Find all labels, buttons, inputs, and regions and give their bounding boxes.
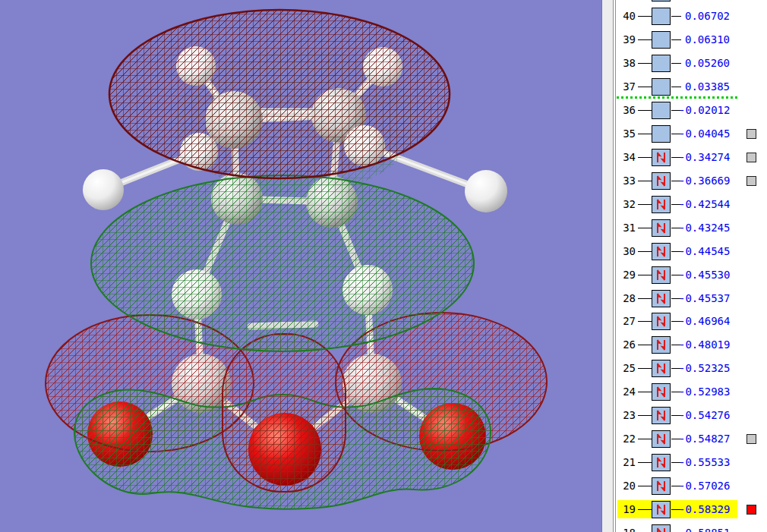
orbital-number: 33 xyxy=(619,175,636,187)
spin-pair-icon xyxy=(652,244,670,260)
orbital-box-icon[interactable] xyxy=(652,477,671,495)
orbital-row[interactable]: 34 -0.34274 xyxy=(616,146,767,169)
orbital-row[interactable]: 29 -0.45530 xyxy=(616,263,767,287)
level-line-left xyxy=(638,110,652,111)
orbital-row[interactable]: 19 -0.58329 xyxy=(616,498,767,521)
orbital-box-icon[interactable] xyxy=(652,172,671,190)
orbital-box-icon[interactable] xyxy=(652,290,671,307)
orbital-box-icon[interactable] xyxy=(652,243,671,260)
level-line-left xyxy=(638,87,652,87)
spin-pair-icon xyxy=(652,313,670,329)
orbital-energy: -0.02012 xyxy=(679,105,730,116)
orbital-box-icon[interactable] xyxy=(652,407,671,424)
spin-pair-icon xyxy=(652,197,670,212)
orbital-box-icon[interactable] xyxy=(652,454,671,471)
orbital-box-icon[interactable] xyxy=(652,430,671,448)
panel-divider-line xyxy=(613,0,614,532)
orbital-box-icon[interactable] xyxy=(652,102,671,119)
orbital-box-icon[interactable] xyxy=(652,8,671,25)
spin-pair-icon xyxy=(652,384,670,400)
orbital-row[interactable]: 27 -0.46964 xyxy=(616,310,767,333)
orbital-row[interactable]: 38 0.05260 xyxy=(616,52,767,75)
orbital-box-icon[interactable] xyxy=(652,196,671,213)
spin-pair-icon xyxy=(652,478,670,494)
orbital-box-icon[interactable] xyxy=(652,125,671,143)
hydrogen-atom xyxy=(465,170,507,212)
orbital-list[interactable]: 41 40 0.06702 39 xyxy=(616,0,767,532)
orbital-energy: -0.55533 xyxy=(679,457,730,468)
orbital-box-icon[interactable] xyxy=(652,266,671,284)
orbital-row[interactable]: 25 -0.52325 xyxy=(616,357,767,380)
level-line-left xyxy=(638,321,652,322)
orbital-energy: -0.45530 xyxy=(679,269,730,281)
spin-pair-icon xyxy=(652,173,670,189)
orbital-row[interactable]: 30 -0.44545 xyxy=(616,240,767,263)
orbital-number: 35 xyxy=(619,128,636,140)
orbital-box-icon[interactable] xyxy=(652,524,671,532)
orbital-row[interactable]: 37 0.03385 xyxy=(616,75,767,99)
orbital-box-icon[interactable] xyxy=(652,55,671,72)
spin-pair-icon xyxy=(652,431,670,447)
orbital-box-icon[interactable] xyxy=(652,0,671,2)
orbital-row[interactable]: 26 -0.48019 xyxy=(616,333,767,357)
orbital-box-icon[interactable] xyxy=(652,78,671,96)
spin-pair-icon xyxy=(652,220,670,236)
orbital-energy: -0.54827 xyxy=(679,433,730,445)
orbital-checkbox[interactable] xyxy=(746,176,756,186)
orbital-row[interactable]: 18 -0.58851 xyxy=(616,521,767,532)
molecule-render xyxy=(0,0,601,532)
level-line-left xyxy=(638,275,652,275)
orbital-number: 37 xyxy=(619,81,636,93)
orbital-energy: -0.36669 xyxy=(679,175,730,187)
panel-gutter xyxy=(601,0,613,532)
orbital-number: 40 xyxy=(619,11,636,22)
orbital-row[interactable]: 22 -0.54827 xyxy=(616,427,767,451)
orbital-energy: -0.58329 xyxy=(679,504,730,515)
orbital-row[interactable]: 21 -0.55533 xyxy=(616,451,767,474)
orbital-box-icon[interactable] xyxy=(652,383,671,401)
level-line-left xyxy=(638,39,652,40)
orbital-number: 39 xyxy=(619,34,636,46)
orbital-row[interactable]: 23 -0.54276 xyxy=(616,404,767,427)
positive-lobe-top xyxy=(109,10,450,178)
orbital-row[interactable]: 32 -0.42544 xyxy=(616,193,767,216)
orbital-number: 24 xyxy=(619,386,636,398)
orbital-box-icon[interactable] xyxy=(652,31,671,49)
orbital-row[interactable]: 40 0.06702 xyxy=(616,5,767,28)
spin-pair-icon xyxy=(652,455,670,471)
orbital-number: 19 xyxy=(619,504,636,515)
orbital-checkbox[interactable] xyxy=(746,129,756,139)
molecule-viewport[interactable] xyxy=(0,0,601,532)
level-line-left xyxy=(638,415,652,416)
orbital-box-icon[interactable] xyxy=(652,360,671,377)
orbital-number: 38 xyxy=(619,58,636,69)
orbital-number: 23 xyxy=(619,410,636,421)
level-line-left xyxy=(638,157,652,158)
orbital-row[interactable]: 39 0.06310 xyxy=(616,28,767,52)
orbital-energy: -0.52983 xyxy=(679,386,730,398)
orbital-energy: 0.05260 xyxy=(685,58,730,69)
orbital-number: 26 xyxy=(619,339,636,351)
orbital-box-icon[interactable] xyxy=(652,313,671,330)
orbital-energy: -0.43245 xyxy=(679,222,730,234)
level-line-left xyxy=(638,181,652,181)
orbital-row[interactable]: 28 -0.45537 xyxy=(616,287,767,310)
orbital-box-icon[interactable] xyxy=(652,149,671,166)
orbital-energy: -0.57026 xyxy=(679,480,730,492)
orbital-row[interactable]: 36 -0.02012 xyxy=(616,99,767,122)
spin-pair-icon xyxy=(652,525,670,532)
orbital-row[interactable]: 31 -0.43245 xyxy=(616,216,767,240)
orbital-box-icon[interactable] xyxy=(652,336,671,354)
level-line-left xyxy=(638,63,652,64)
orbital-number: 25 xyxy=(619,363,636,374)
orbital-row[interactable]: 33 -0.36669 xyxy=(616,169,767,193)
orbital-checkbox[interactable] xyxy=(746,153,756,162)
orbital-box-icon[interactable] xyxy=(652,501,671,518)
orbital-row[interactable]: 20 -0.57026 xyxy=(616,474,767,498)
orbital-checkbox[interactable] xyxy=(746,505,756,515)
orbital-box-icon[interactable] xyxy=(652,219,671,237)
orbital-checkbox[interactable] xyxy=(746,434,756,444)
orbital-row[interactable]: 35 -0.04045 xyxy=(616,122,767,146)
orbital-row[interactable]: 24 -0.52983 xyxy=(616,380,767,404)
orbital-energy: -0.45537 xyxy=(679,293,730,304)
